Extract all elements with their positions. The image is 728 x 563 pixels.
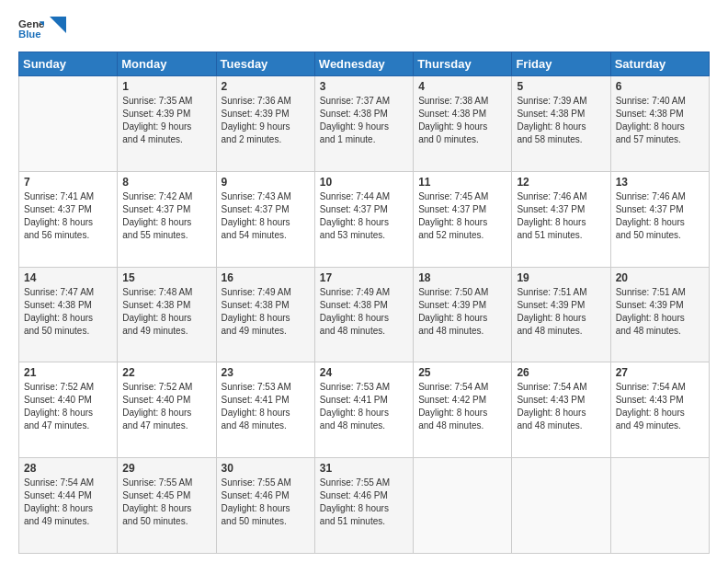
cell-text-line: Sunset: 4:41 PM (222, 394, 310, 407)
day-number: 8 (122, 176, 210, 189)
day-number: 9 (222, 176, 310, 189)
cell-text-line: Sunrise: 7:54 AM (24, 477, 112, 489)
cell-text-line: and 57 minutes. (616, 133, 704, 146)
day-number: 14 (24, 271, 112, 284)
cell-text-line: Daylight: 8 hours (222, 407, 310, 419)
calendar-week-row: 21Sunrise: 7:52 AMSunset: 4:40 PMDayligh… (19, 362, 710, 458)
calendar-table: SundayMondayTuesdayWednesdayThursdayFrid… (18, 52, 710, 554)
cell-text-line: and 48 minutes. (616, 325, 704, 338)
day-number: 12 (517, 176, 605, 189)
day-number: 31 (320, 462, 408, 475)
cell-text-line: and 50 minutes. (24, 325, 112, 338)
cell-text-line: Sunset: 4:38 PM (320, 108, 408, 121)
col-header-tuesday: Tuesday (216, 52, 314, 76)
cell-text-line: Daylight: 8 hours (24, 407, 112, 419)
calendar-cell: 26Sunrise: 7:54 AMSunset: 4:43 PMDayligh… (512, 362, 610, 458)
cell-text-line: Sunset: 4:41 PM (320, 394, 408, 407)
day-number: 18 (418, 271, 506, 284)
cell-text-line: Daylight: 8 hours (122, 216, 210, 229)
cell-text-line: Sunrise: 7:53 AM (320, 381, 408, 394)
cell-text-line: Daylight: 9 hours (320, 121, 408, 133)
cell-text-line: Sunrise: 7:35 AM (122, 95, 210, 108)
cell-text-line: Sunset: 4:45 PM (122, 489, 210, 502)
calendar-week-row: 1Sunrise: 7:35 AMSunset: 4:39 PMDaylight… (19, 76, 710, 172)
logo-icon: General Blue (18, 17, 44, 42)
cell-text-line: and 49 minutes. (122, 325, 210, 338)
cell-text-line: Sunrise: 7:54 AM (517, 381, 605, 394)
cell-text-line: and 4 minutes. (122, 133, 210, 146)
day-number: 10 (320, 176, 408, 189)
logo-arrow-icon (50, 17, 66, 33)
cell-text-line: Sunrise: 7:39 AM (517, 95, 605, 108)
cell-text-line: and 2 minutes. (222, 133, 310, 146)
day-number: 2 (222, 80, 310, 93)
cell-text-line: Sunrise: 7:44 AM (320, 190, 408, 203)
calendar-cell: 30Sunrise: 7:55 AMSunset: 4:46 PMDayligh… (216, 458, 314, 554)
calendar-cell: 18Sunrise: 7:50 AMSunset: 4:39 PMDayligh… (414, 267, 512, 362)
calendar-cell: 23Sunrise: 7:53 AMSunset: 4:41 PMDayligh… (216, 362, 314, 458)
calendar-cell: 14Sunrise: 7:47 AMSunset: 4:38 PMDayligh… (19, 267, 118, 362)
cell-text-line: Sunset: 4:38 PM (222, 299, 310, 312)
cell-text-line: Sunset: 4:46 PM (320, 489, 408, 502)
calendar-header-row: SundayMondayTuesdayWednesdayThursdayFrid… (19, 52, 710, 76)
cell-text-line: Sunset: 4:37 PM (616, 203, 704, 216)
header: General Blue (18, 17, 710, 42)
cell-text-line: Daylight: 8 hours (517, 121, 605, 133)
calendar-cell: 8Sunrise: 7:42 AMSunset: 4:37 PMDaylight… (118, 171, 216, 267)
cell-text-line: and 48 minutes. (517, 325, 605, 338)
calendar-cell: 24Sunrise: 7:53 AMSunset: 4:41 PMDayligh… (314, 362, 413, 458)
cell-text-line: Sunrise: 7:38 AM (418, 95, 506, 108)
calendar-cell (19, 76, 118, 172)
calendar-cell: 6Sunrise: 7:40 AMSunset: 4:38 PMDaylight… (610, 76, 709, 172)
cell-text-line: and 47 minutes. (122, 419, 210, 432)
day-number: 3 (320, 80, 408, 93)
cell-text-line: and 50 minutes. (616, 229, 704, 242)
cell-text-line: and 58 minutes. (517, 133, 605, 146)
calendar-cell: 16Sunrise: 7:49 AMSunset: 4:38 PMDayligh… (216, 267, 314, 362)
cell-text-line: Sunrise: 7:55 AM (320, 477, 408, 489)
cell-text-line: Sunrise: 7:52 AM (24, 381, 112, 394)
cell-text-line: Daylight: 8 hours (616, 407, 704, 419)
calendar-cell: 5Sunrise: 7:39 AMSunset: 4:38 PMDaylight… (512, 76, 610, 172)
calendar-cell: 2Sunrise: 7:36 AMSunset: 4:39 PMDaylight… (216, 76, 314, 172)
calendar-cell: 7Sunrise: 7:41 AMSunset: 4:37 PMDaylight… (19, 171, 118, 267)
cell-text-line: Daylight: 8 hours (418, 407, 506, 419)
calendar-cell: 12Sunrise: 7:46 AMSunset: 4:37 PMDayligh… (512, 171, 610, 267)
cell-text-line: Sunrise: 7:48 AM (122, 286, 210, 299)
day-number: 30 (222, 462, 310, 475)
cell-text-line: Sunrise: 7:53 AM (222, 381, 310, 394)
page: General Blue SundayMondayTuesdayWednesda… (0, 0, 728, 563)
cell-text-line: Daylight: 8 hours (122, 407, 210, 419)
day-number: 28 (24, 462, 112, 475)
cell-text-line: Sunrise: 7:51 AM (517, 286, 605, 299)
cell-text-line: Sunset: 4:39 PM (122, 108, 210, 121)
col-header-thursday: Thursday (414, 52, 512, 76)
cell-text-line: and 51 minutes. (320, 515, 408, 528)
day-number: 16 (222, 271, 310, 284)
calendar-cell: 22Sunrise: 7:52 AMSunset: 4:40 PMDayligh… (118, 362, 216, 458)
col-header-sunday: Sunday (19, 52, 118, 76)
calendar-cell (610, 458, 709, 554)
cell-text-line: Sunset: 4:39 PM (616, 299, 704, 312)
cell-text-line: and 49 minutes. (24, 515, 112, 528)
svg-marker-3 (50, 17, 66, 33)
cell-text-line: Sunset: 4:38 PM (24, 299, 112, 312)
cell-text-line: Sunrise: 7:40 AM (616, 95, 704, 108)
cell-text-line: Daylight: 9 hours (222, 121, 310, 133)
cell-text-line: Sunset: 4:40 PM (122, 394, 210, 407)
cell-text-line: Daylight: 8 hours (24, 502, 112, 515)
day-number: 22 (122, 366, 210, 379)
day-number: 4 (418, 80, 506, 93)
cell-text-line: and 48 minutes. (320, 419, 408, 432)
calendar-cell: 19Sunrise: 7:51 AMSunset: 4:39 PMDayligh… (512, 267, 610, 362)
calendar-cell: 10Sunrise: 7:44 AMSunset: 4:37 PMDayligh… (314, 171, 413, 267)
col-header-monday: Monday (118, 52, 216, 76)
calendar-cell (414, 458, 512, 554)
day-number: 17 (320, 271, 408, 284)
cell-text-line: Daylight: 8 hours (24, 312, 112, 325)
calendar-week-row: 7Sunrise: 7:41 AMSunset: 4:37 PMDaylight… (19, 171, 710, 267)
calendar-cell: 1Sunrise: 7:35 AMSunset: 4:39 PMDaylight… (118, 76, 216, 172)
calendar-cell: 25Sunrise: 7:54 AMSunset: 4:42 PMDayligh… (414, 362, 512, 458)
cell-text-line: Sunrise: 7:36 AM (222, 95, 310, 108)
cell-text-line: Daylight: 8 hours (24, 216, 112, 229)
